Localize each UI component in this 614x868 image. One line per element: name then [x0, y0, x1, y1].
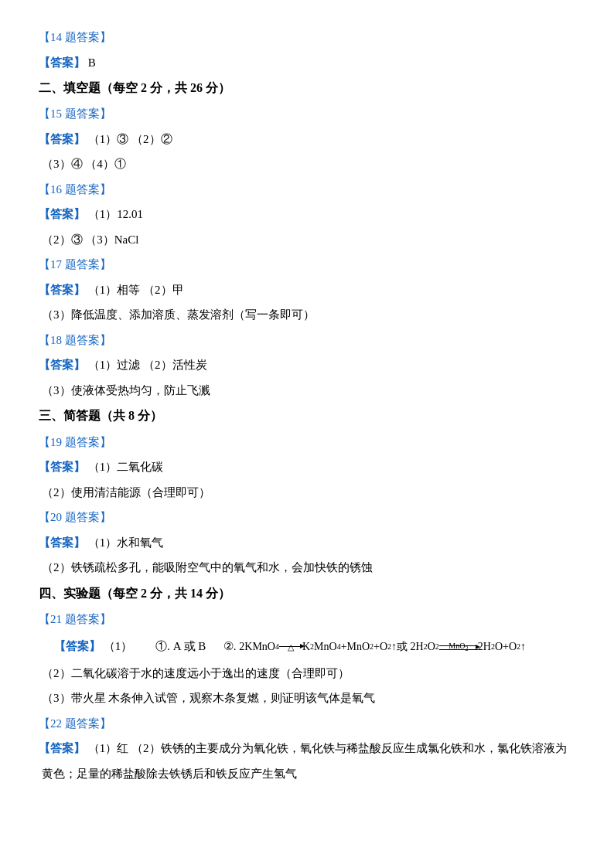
- q17-title: 【17 题答案】: [39, 254, 575, 276]
- q20-title: 【20 题答案】: [39, 506, 575, 529]
- q21-title: 【21 题答案】: [39, 608, 575, 631]
- q14-answer: 【答案】 B: [39, 52, 575, 74]
- q21-answer-part2: （2）二氧化碳溶于水的速度远小于逸出的速度（合理即可）: [42, 662, 575, 685]
- q17-answer-line2: （3）降低温度、添加溶质、蒸发溶剂（写一条即可）: [42, 304, 575, 326]
- q18-title: 【18 题答案】: [39, 329, 575, 352]
- q22-answer-line2: 黄色；足量的稀盐酸除去铁锈后和铁反应产生氢气: [42, 763, 575, 785]
- q15-answer-line1: 【答案】 （1）③ （2）②: [39, 128, 575, 151]
- q19-answer-line1: 【答案】 （1）二氧化碳: [39, 456, 575, 478]
- q19-answer-line2: （2）使用清洁能源（合理即可）: [42, 482, 575, 504]
- q16-answer-line1: 【答案】 （1）12.01: [39, 203, 575, 226]
- q22-answer-line1: 【答案】 （1）红 （2）铁锈的主要成分为氧化铁，氧化铁与稀盐酸反应生成氯化铁和…: [39, 737, 575, 760]
- section2-title: 二、填空题（每空 2 分，共 26 分）: [39, 77, 575, 100]
- q16-answer-line2: （2）③ （3）NaCl: [42, 229, 575, 251]
- q17-answer-line1: 【答案】 （1）相等 （2）甲: [39, 279, 575, 301]
- q15-answer-line2: （3）④ （4）①: [42, 153, 575, 175]
- q16-title: 【16 题答案】: [39, 179, 575, 201]
- q21-answer-part1: 【答案】 （1） ①. A 或 B ②. 2KMnO4 △ K2 MnO4 +M…: [54, 634, 575, 659]
- q15-title: 【15 题答案】: [39, 103, 575, 125]
- q18-answer-line2: （3）使液体受热均匀，防止飞溅: [42, 380, 575, 402]
- section3-title: 三、简答题（共 8 分）: [39, 404, 575, 427]
- q22-title: 【22 题答案】: [39, 713, 575, 735]
- reaction1: 2KMnO4 △ K2 MnO4 +MnO2 +O2 ↑或 2H2 O2 MnO…: [239, 635, 526, 659]
- q19-title: 【19 题答案】: [39, 431, 575, 454]
- q14-title: 【14 题答案】: [39, 26, 575, 49]
- section4-title: 四、实验题（每空 2 分，共 14 分）: [39, 582, 575, 605]
- q20-answer-line1: 【答案】 （1）水和氧气: [39, 532, 575, 554]
- q20-answer-line2: （2）铁锈疏松多孔，能吸附空气中的氧气和水，会加快铁的锈蚀: [42, 557, 575, 579]
- q21-answer-part3: （3）带火星 木条伸入试管，观察木条复燃，则证明该气体是氧气: [42, 687, 575, 710]
- q18-answer-line1: 【答案】 （1）过滤 （2）活性炭: [39, 354, 575, 376]
